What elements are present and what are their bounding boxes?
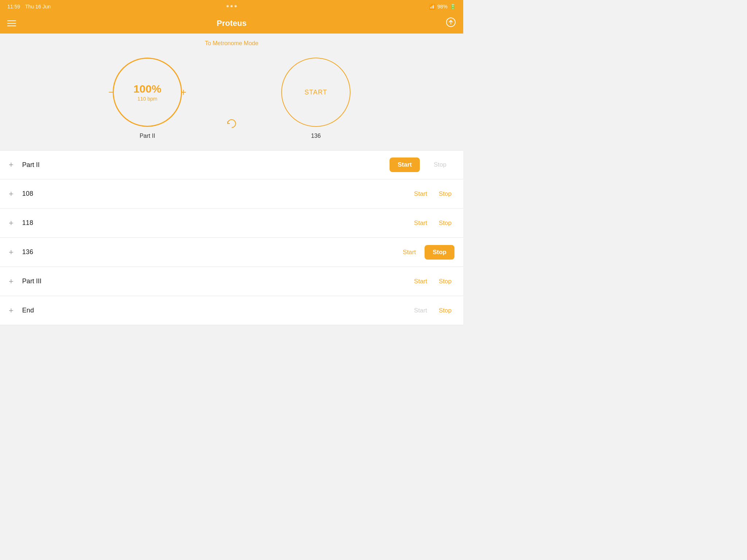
item-actions: Start Stop [411,303,454,318]
start-button[interactable]: Start [411,274,430,289]
tempo-circle-container: − 100% 110 bpm + [113,58,182,127]
status-day: Thu 16 Jun [25,4,51,9]
add-icon[interactable]: + [9,218,13,228]
list-item: + Part III Start Stop [0,267,463,296]
status-bar: 11:59 Thu 16 Jun 📶 98% 🔋 [0,0,463,13]
right-label: 136 [311,133,321,139]
list-item: + 136 Start Stop [0,238,463,267]
tempo-percent: 100% [133,83,162,95]
item-name: End [22,307,411,314]
start-button[interactable]: Start [390,158,420,172]
start-button[interactable]: Start [411,303,430,318]
item-actions: Start Stop [411,274,454,289]
main-content: To Metronome Mode − 100% 110 bpm + Part … [0,34,463,325]
item-name: Part II [22,161,390,169]
item-actions: Start Stop [390,158,454,172]
refresh-container [226,118,237,139]
start-button[interactable]: Start [400,245,419,260]
app-title: Proteus [217,19,247,28]
list-item: + 118 Start Stop [0,209,463,238]
stop-button[interactable]: Stop [436,303,454,318]
battery-icon: 🔋 [450,4,456,9]
controls-section: − 100% 110 bpm + Part II START [0,50,463,147]
add-icon[interactable]: + [9,248,13,257]
stop-button[interactable]: Stop [425,245,454,260]
status-time: 11:59 [7,4,20,9]
start-button[interactable]: Start [411,187,430,201]
stop-button[interactable]: Stop [426,158,454,172]
stop-button[interactable]: Stop [436,274,454,289]
tempo-minus-button[interactable]: − [108,86,114,98]
metronome-mode-link[interactable]: To Metronome Mode [0,34,463,50]
refresh-icon[interactable] [226,118,237,132]
menu-button[interactable] [7,20,16,26]
list-section: + Part II Start Stop + 108 Start Stop + … [0,150,463,325]
add-icon[interactable]: + [9,160,13,170]
three-dots [227,5,237,7]
list-item: + Part II Start Stop [0,150,463,179]
start-circle-label: START [305,89,327,96]
item-actions: Start Stop [400,245,454,260]
item-name: 108 [22,190,411,198]
add-icon[interactable]: + [9,306,13,315]
start-button[interactable]: Start [411,216,430,230]
tempo-circle: 100% 110 bpm [113,58,182,127]
wifi-icon: 📶 [429,4,435,9]
battery-percent: 98% [437,4,448,9]
item-name: 118 [22,219,411,227]
item-actions: Start Stop [411,187,454,201]
item-actions: Start Stop [411,216,454,230]
item-name: 136 [22,248,400,256]
status-bar-right: 📶 98% 🔋 [429,4,456,9]
app-header: Proteus [0,13,463,34]
start-circle-button[interactable]: START [281,58,351,127]
list-item: + 108 Start Stop [0,179,463,209]
tempo-plus-button[interactable]: + [181,86,186,98]
tempo-control-group: − 100% 110 bpm + Part II [113,58,182,139]
upload-button[interactable] [446,17,456,30]
status-bar-left: 11:59 Thu 16 Jun [7,4,51,9]
stop-button[interactable]: Stop [436,216,454,230]
tempo-bpm: 110 bpm [138,96,157,102]
start-control-group: START 136 [281,58,351,139]
list-item: + End Start Stop [0,296,463,325]
add-icon[interactable]: + [9,189,13,199]
header-wrapper: 11:59 Thu 16 Jun 📶 98% 🔋 Proteus [0,0,463,34]
add-icon[interactable]: + [9,277,13,286]
item-name: Part III [22,277,411,285]
stop-button[interactable]: Stop [436,187,454,201]
left-label: Part II [140,133,155,139]
